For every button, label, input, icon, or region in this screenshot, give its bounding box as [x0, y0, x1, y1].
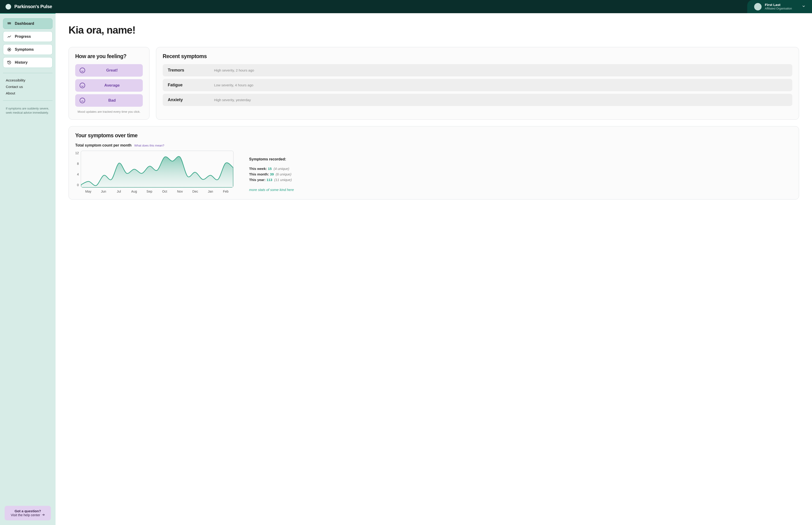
recent-symptoms-card: Recent symptoms Tremors High severity, 2… [156, 47, 799, 120]
symptom-meta: High severity, 2 hours ago [214, 68, 254, 72]
divider [3, 73, 52, 73]
face-neutral-icon [79, 82, 86, 88]
sidebar-secondary: Accessibility Contact us About [3, 78, 52, 95]
sidebar-item-label: Dashboard [15, 21, 34, 26]
stat-line: This week: 15 (4 unique) [249, 166, 295, 171]
progress-icon [7, 34, 12, 39]
symptom-name: Anxiety [168, 97, 214, 102]
mood-label: Bad [86, 98, 139, 103]
svg-point-3 [80, 68, 85, 73]
dashboard-icon [7, 21, 12, 26]
chart-card: Your symptoms over time Total symptom co… [68, 126, 799, 199]
stats-title: Symptoms recorded: [249, 157, 295, 161]
mood-label: Great! [86, 68, 139, 73]
chart-x-axis: MayJunJulAugSepOctNovDecJanFeb [81, 190, 233, 193]
mood-average-button[interactable]: Average [75, 79, 143, 92]
chart-plot [81, 151, 233, 188]
sidebar-item-label: Symptoms [15, 47, 34, 51]
chart-subtitle: Total symptom count per month [75, 143, 132, 148]
avatar [754, 3, 762, 11]
brand-logo-icon [5, 4, 11, 10]
user-name: First Last [765, 3, 799, 7]
symptoms-icon [7, 47, 12, 52]
svg-point-1 [9, 49, 10, 50]
symptom-row[interactable]: Anxiety High severity, yesterday [163, 94, 792, 106]
help-btn-title: Got a question? [9, 509, 47, 513]
stat-line: This month: 39 (6 unique) [249, 171, 295, 177]
help-btn-sub: Visit the help center [11, 513, 45, 517]
sidebar-item-label: History [15, 60, 28, 64]
more-stats-link[interactable]: more stats of some kind here [249, 188, 295, 192]
mood-great-button[interactable]: Great! [75, 64, 143, 77]
sidebar-link-about[interactable]: About [6, 91, 52, 95]
sidebar-item-symptoms[interactable]: Symptoms [3, 44, 52, 55]
sidebar-link-contact[interactable]: Contact us [6, 85, 52, 89]
chart-title: Your symptoms over time [75, 132, 792, 139]
sidebar-note: If symptoms are suddenly severe, seek me… [3, 107, 52, 115]
symptom-name: Fatigue [168, 82, 214, 88]
sidebar: Dashboard Progress Symptoms History Acce… [0, 13, 56, 525]
symptom-name: Tremors [168, 68, 214, 73]
topbar: Parkinson's Pulse First Last Affiliated … [0, 0, 812, 13]
symptom-row[interactable]: Fatigue Low severity, 4 hours ago [163, 79, 792, 91]
sidebar-item-dashboard[interactable]: Dashboard [3, 18, 52, 29]
chart-help-link[interactable]: What does this mean? [134, 144, 164, 147]
symptom-meta: High severity, yesterday [214, 98, 251, 102]
feeling-card: How are you feeling? Great! Average [68, 47, 150, 120]
feeling-card-title: How are you feeling? [75, 53, 143, 60]
svg-point-6 [80, 83, 85, 88]
help-center-button[interactable]: Got a question? Visit the help center [5, 506, 51, 520]
stat-line: This year: 113 (11 unique) [249, 177, 295, 183]
brand-name: Parkinson's Pulse [14, 4, 52, 9]
sidebar-item-history[interactable]: History [3, 57, 52, 68]
chart-stats: Symptoms recorded: This week: 15 (4 uniq… [249, 151, 295, 193]
chart-y-axis: 12840 [75, 151, 79, 193]
brand[interactable]: Parkinson's Pulse [5, 4, 52, 10]
face-happy-icon [79, 68, 86, 73]
recent-symptoms-title: Recent symptoms [163, 53, 792, 60]
face-sad-icon [79, 97, 86, 104]
sidebar-link-accessibility[interactable]: Accessibility [6, 78, 52, 82]
svg-point-9 [80, 98, 85, 103]
arrow-right-icon [42, 513, 45, 517]
chevron-down-icon [802, 4, 806, 9]
main: Kia ora, name! How are you feeling? Grea… [56, 13, 812, 525]
history-icon [7, 60, 12, 65]
sidebar-item-label: Progress [15, 34, 31, 39]
symptom-meta: Low severity, 4 hours ago [214, 83, 254, 87]
mood-note: Mood updates are tracked every time you … [75, 110, 143, 114]
sidebar-item-progress[interactable]: Progress [3, 31, 52, 42]
mood-label: Average [86, 83, 139, 88]
page-title: Kia ora, name! [68, 24, 799, 36]
symptom-row[interactable]: Tremors High severity, 2 hours ago [163, 64, 792, 76]
mood-bad-button[interactable]: Bad [75, 94, 143, 107]
user-org: Affiliated Organisation [765, 7, 799, 10]
user-box[interactable]: First Last Affiliated Organisation [747, 0, 812, 13]
